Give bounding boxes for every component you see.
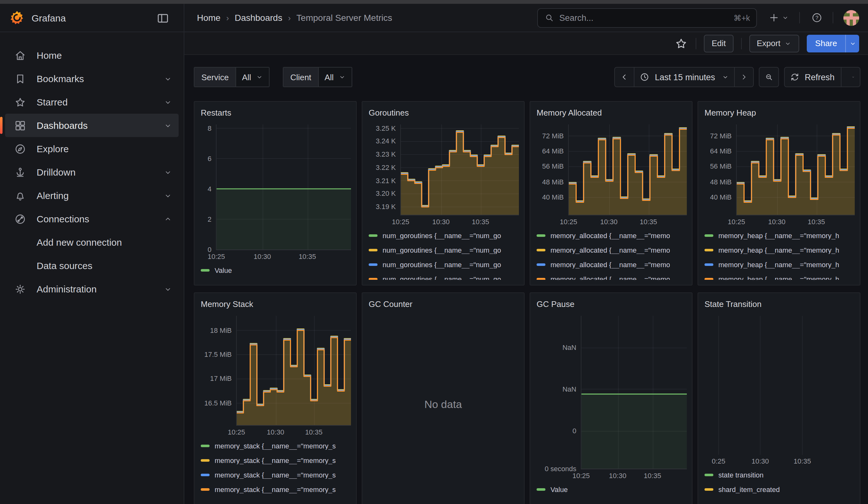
legend-item[interactable]: num_goroutines {__name__="num_go	[368, 260, 519, 270]
clock-icon	[640, 72, 650, 82]
legend-item[interactable]: memory_allocated {__name__="memo	[535, 260, 687, 270]
chevron-down-icon	[721, 73, 729, 81]
sidebar-item-alerting[interactable]: Alerting	[5, 184, 179, 207]
chart-plot[interactable]	[568, 124, 687, 215]
chart-plot[interactable]	[581, 316, 687, 469]
sidebar-item-drilldown[interactable]: Drilldown	[5, 161, 179, 184]
search-shortcut: ⌘+k	[734, 13, 750, 22]
legend-item[interactable]: num_goroutines {__name__="num_go	[368, 274, 519, 280]
sidebar-item-starred[interactable]: Starred	[5, 90, 179, 114]
search-input[interactable]: Search... ⌘+k	[537, 8, 757, 28]
header-actions: Search... ⌘+k ?	[537, 8, 868, 28]
star-icon	[14, 96, 27, 108]
breadcrumb-dashboards[interactable]: Dashboards	[235, 13, 282, 23]
panel-title[interactable]: GC Counter	[368, 298, 519, 311]
time-shift-forward-button[interactable]	[734, 68, 753, 86]
help-icon[interactable]: ?	[811, 12, 823, 23]
refresh-icon	[789, 72, 799, 82]
service-filter-value[interactable]: All	[236, 68, 269, 86]
legend-item[interactable]: num_goroutines {__name__="num_go	[368, 245, 519, 255]
legend-swatch	[537, 249, 545, 251]
legend-item[interactable]: memory_allocated {__name__="memo	[535, 274, 687, 280]
sidebar-item-label: Add new connection	[37, 237, 122, 248]
share-button[interactable]: Share	[807, 34, 859, 52]
sidebar-item-explore[interactable]: Explore	[5, 137, 179, 161]
chevron-down-icon	[164, 74, 172, 83]
panel-title[interactable]: GC Pause	[535, 298, 687, 311]
refresh-interval-dropdown[interactable]	[841, 68, 860, 86]
x-axis-labels: 10:2510:3010:35	[216, 250, 351, 261]
chart-plot[interactable]	[400, 124, 519, 215]
client-filter-value[interactable]: All	[318, 68, 351, 86]
sidebar-item-add-new-connection[interactable]: Add new connection	[5, 230, 179, 254]
chart-plot[interactable]	[216, 124, 351, 250]
legend-swatch	[704, 234, 713, 237]
legend-item[interactable]: memory_allocated {__name__="memo	[535, 230, 687, 240]
legend-item[interactable]: state transition	[703, 470, 855, 480]
search-icon	[544, 13, 554, 23]
panel-title[interactable]: Memory Heap	[703, 107, 855, 119]
sidebar-item-label: Explore	[37, 143, 69, 154]
x-axis-labels: 10:2510:3010:35	[581, 469, 687, 481]
legend-item[interactable]: Value	[199, 265, 351, 275]
legend-label: memory_stack {__name__="memory_s	[215, 486, 336, 493]
panel-title[interactable]: Memory Allocated	[535, 107, 687, 119]
chart-plot[interactable]	[736, 124, 855, 215]
legend-label: memory_heap {__name__="memory_h	[719, 246, 839, 254]
panel-state-transition: State Transition 0:2510:3010:35 state tr…	[698, 292, 860, 504]
legend-swatch	[201, 269, 209, 271]
legend-item[interactable]: memory_stack {__name__="memory_s	[199, 441, 351, 451]
panel-title[interactable]: Memory Stack	[199, 298, 351, 311]
legend-item[interactable]: memory_stack {__name__="memory_s	[199, 484, 351, 495]
panel-title[interactable]: Restarts	[199, 107, 351, 119]
panel-title[interactable]: Goroutines	[368, 107, 519, 119]
legend-item[interactable]: memory_allocated {__name__="memo	[535, 245, 687, 255]
avatar[interactable]	[844, 10, 859, 25]
refresh-button[interactable]: Refresh	[784, 68, 841, 86]
sidebar: Home Bookmarks Starred Dashboards Explor…	[0, 32, 184, 504]
panel-goroutines: Goroutines 3.19 K3.20 K3.21 K3.22 K3.23 …	[362, 101, 525, 286]
legend-label: shard_item_created	[719, 486, 779, 493]
breadcrumb-current: Temporal Server Metrics	[296, 13, 392, 23]
edit-button[interactable]: Edit	[704, 34, 734, 52]
dashboard-toolbar: Edit Export Share	[184, 32, 868, 55]
sidebar-item-home[interactable]: Home	[5, 43, 179, 67]
legend-label: Value	[550, 486, 568, 493]
time-range-picker[interactable]: Last 15 minutes	[634, 68, 734, 86]
legend-item[interactable]: memory_stack {__name__="memory_s	[199, 470, 351, 480]
legend-item[interactable]: memory_heap {__name__="memory_h	[703, 260, 855, 270]
sidebar-item-dashboards[interactable]: Dashboards	[5, 114, 179, 137]
chart-plot[interactable]	[236, 316, 351, 426]
sidebar-toggle-icon[interactable]	[156, 11, 170, 25]
sidebar-item-data-sources[interactable]: Data sources	[5, 254, 179, 277]
legend-item[interactable]: shard_item_created	[703, 484, 855, 495]
legend-item[interactable]: num_goroutines {__name__="num_go	[368, 230, 519, 240]
sidebar-item-administration[interactable]: Administration	[5, 277, 179, 301]
chart-plot[interactable]	[707, 316, 855, 455]
no-data-message: No data	[368, 311, 519, 499]
legend-item[interactable]: memory_heap {__name__="memory_h	[703, 245, 855, 255]
legend-item[interactable]: memory_heap {__name__="memory_h	[703, 274, 855, 280]
legend-item[interactable]: Value	[535, 484, 687, 495]
panel-title[interactable]: State Transition	[703, 298, 855, 311]
sidebar-item-connections[interactable]: Connections	[5, 207, 179, 230]
grafana-logo[interactable]	[9, 10, 25, 26]
share-dropdown-icon[interactable]	[845, 34, 859, 52]
legend-item[interactable]: memory_stack {__name__="memory_s	[199, 455, 351, 465]
legend-swatch	[704, 488, 713, 491]
favorite-star-icon[interactable]	[674, 36, 689, 50]
zoom-out-icon[interactable]	[759, 68, 778, 86]
chevron-down-icon	[782, 14, 789, 21]
sidebar-item-bookmarks[interactable]: Bookmarks	[5, 67, 179, 90]
legend-swatch	[369, 263, 378, 266]
legend-label: memory_allocated {__name__="memo	[550, 246, 670, 254]
legend-item[interactable]: memory_heap {__name__="memory_h	[703, 230, 855, 240]
legend-label: memory_heap {__name__="memory_h	[719, 232, 839, 239]
chart-legend: Value	[199, 265, 351, 280]
breadcrumb-home[interactable]: Home	[197, 13, 221, 23]
time-shift-back-button[interactable]	[615, 68, 634, 86]
export-button[interactable]: Export	[749, 34, 799, 52]
chart-legend: memory_allocated {__name__="memomemory_a…	[535, 230, 687, 280]
connections-icon	[14, 213, 27, 225]
add-new-button[interactable]	[768, 12, 789, 23]
